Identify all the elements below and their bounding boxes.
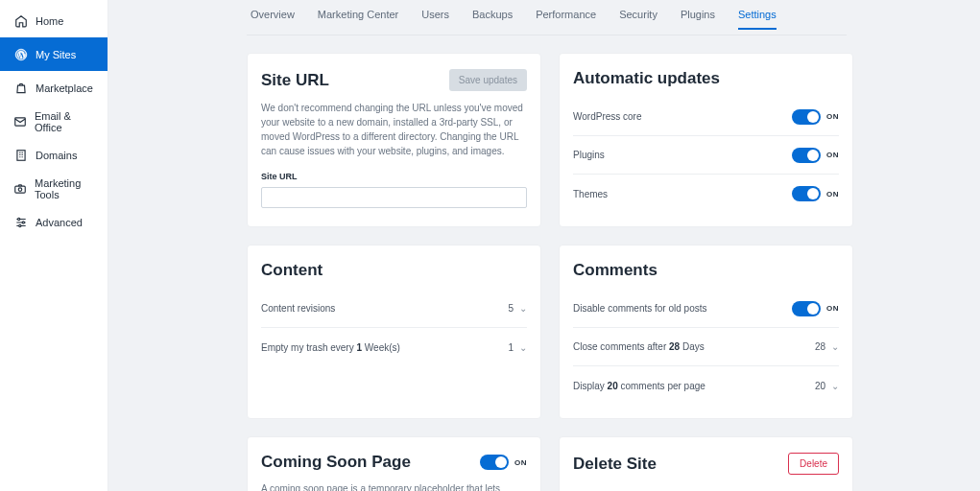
row-label: Close comments after 28 Days [573,341,705,352]
tab-users[interactable]: Users [421,9,449,28]
chevron-down-icon: ⌄ [831,381,839,391]
toggle-state: ON [826,151,839,159]
row-label: Plugins [573,150,605,160]
sidebar-item-label: My Sites [36,49,76,60]
card-title: Automatic updates [573,69,839,88]
chevron-down-icon: ⌄ [519,342,527,353]
row-disable-comments: Disable comments for old posts ON [573,290,839,328]
tab-marketing-center[interactable]: Marketing Center [318,9,398,28]
row-close-comments[interactable]: Close comments after 28 Days 28 ⌄ [573,328,839,366]
card-automatic-updates: Automatic updates WordPress core ON Plug… [559,53,853,227]
svg-rect-3 [15,186,26,193]
wordpress-icon [13,47,28,61]
building-icon [13,148,28,162]
row-empty-trash[interactable]: Empty my trash every 1 Week(s) 1 ⌄ [261,328,527,366]
toggle-state: ON [826,304,839,313]
card-site-url: Site URL Save updates We don't recommend… [247,53,541,227]
row-label: Disable comments for old posts [573,303,707,314]
row-content-revisions[interactable]: Content revisions 5 ⌄ [261,290,527,328]
home-icon [13,13,28,28]
card-content: Content Content revisions 5 ⌄ Empty my t… [247,245,541,419]
sidebar-item-marketing-tools[interactable]: Marketing Tools [0,172,108,205]
sliders-icon [13,215,28,229]
sidebar-item-label: Email & Office [35,110,94,133]
tab-backups[interactable]: Backups [472,9,513,28]
tab-performance[interactable]: Performance [536,9,596,28]
svg-point-5 [17,218,19,220]
tab-overview[interactable]: Overview [251,9,295,28]
row-label: Content revisions [261,303,335,314]
row-value: 5 [508,303,514,314]
row-label: Display 20 comments per page [573,381,705,391]
tab-security[interactable]: Security [619,9,657,28]
save-updates-button[interactable]: Save updates [449,69,527,91]
tab-strip: Overview Marketing Center Users Backups … [247,9,847,35]
row-display-comments[interactable]: Display 20 comments per page 20 ⌄ [573,366,839,405]
sidebar-item-label: Marketing Tools [35,177,94,200]
toggle-state: ON [826,190,839,199]
card-comments: Comments Disable comments for old posts … [559,245,853,419]
sidebar-item-label: Marketplace [36,82,93,94]
coming-soon-description: A coming soon page is a temporary placeh… [261,481,527,491]
card-title: Comments [573,261,839,280]
toggle-wp-core[interactable] [792,109,821,125]
sidebar-item-email-office[interactable]: Email & Office [0,105,108,138]
row-value: 28 [815,341,825,352]
toggle-state: ON [826,112,839,121]
card-delete-site: Delete Site Delete This will delete all … [559,436,853,491]
toggle-plugins[interactable] [792,148,821,163]
row-plugins: Plugins ON [573,136,839,175]
mail-icon [13,114,27,129]
sidebar-item-label: Domains [36,150,77,161]
row-value: 1 [508,342,514,353]
bag-icon [13,81,28,95]
sidebar-item-label: Home [36,15,63,27]
sidebar-item-marketplace[interactable]: Marketplace [0,71,108,105]
sidebar-item-advanced[interactable]: Advanced [0,205,108,239]
toggle-state: ON [514,458,527,467]
row-value: 20 [815,381,825,391]
row-wp-core: WordPress core ON [573,98,839,136]
row-label: Themes [573,189,608,199]
main-area: Overview Marketing Center Users Backups … [108,0,980,491]
toggle-themes[interactable] [792,186,821,201]
card-title: Coming Soon Page [261,453,411,472]
site-url-field-label: Site URL [261,172,527,181]
row-themes: Themes ON [573,175,839,213]
tab-settings[interactable]: Settings [738,9,777,30]
chevron-down-icon: ⌄ [831,341,839,352]
site-url-description: We don't recommend changing the URL unle… [261,101,527,158]
svg-point-6 [22,221,24,222]
toggle-coming-soon[interactable] [480,455,509,470]
chevron-down-icon: ⌄ [519,303,527,314]
content-scroll[interactable]: Site URL Save updates We don't recommend… [108,35,980,491]
svg-point-4 [18,187,22,191]
svg-rect-2 [16,150,24,160]
card-title: Content [261,261,527,280]
svg-point-7 [18,224,20,226]
card-title: Delete Site [573,455,657,474]
row-label: WordPress core [573,111,642,122]
toggle-disable-comments[interactable] [792,301,821,316]
card-title: Site URL [261,71,329,90]
sidebar-item-domains[interactable]: Domains [0,138,108,172]
camera-icon [13,181,27,196]
sidebar-item-my-sites[interactable]: My Sites [0,37,108,71]
sidebar-item-home[interactable]: Home [0,4,108,37]
site-url-input[interactable] [261,187,527,208]
sidebar: Home My Sites Marketplace Email & Office… [0,0,108,491]
delete-site-button[interactable]: Delete [788,453,839,475]
tab-plugins[interactable]: Plugins [681,9,715,28]
row-label: Empty my trash every 1 Week(s) [261,342,400,353]
card-coming-soon: Coming Soon Page ON A coming soon page i… [247,436,541,491]
sidebar-item-label: Advanced [36,217,83,228]
